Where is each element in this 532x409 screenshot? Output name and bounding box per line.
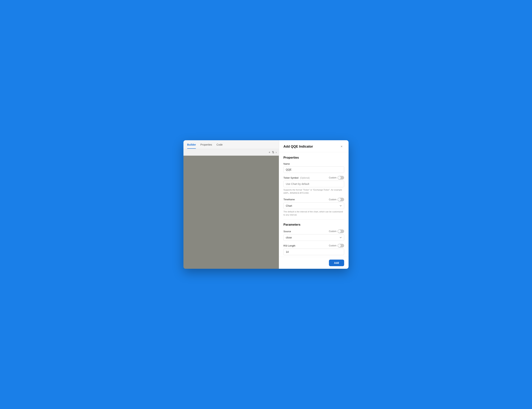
ticker-optional: (Optional) — [300, 177, 310, 179]
chevron-icon[interactable]: › — [276, 151, 277, 154]
timeframe-custom-wrap: Custom — [329, 198, 344, 201]
ticker-custom-toggle[interactable] — [338, 176, 344, 179]
rsi-length-label: RSI Length — [283, 244, 295, 247]
timeframe-label: Timeframe — [283, 198, 295, 201]
dialog-panel: Add QQE Indicator × Properties Name Tick… — [279, 140, 349, 269]
rsi-length-custom-wrap: Custom — [329, 244, 344, 247]
ticker-input[interactable] — [283, 181, 344, 187]
ticker-custom-wrap: Custom — [329, 176, 344, 179]
tab-properties[interactable]: Properties — [200, 141, 212, 149]
canvas-area — [183, 156, 279, 269]
dialog-footer: Add — [279, 257, 349, 269]
properties-heading: Properties — [283, 156, 344, 159]
parameters-heading: Parameters — [283, 223, 344, 226]
name-input[interactable] — [283, 166, 344, 173]
ticker-field-group: Ticker Symbol (Optional) Custom Supports… — [283, 176, 344, 195]
timeframe-hint: The default is the interval of the chart… — [283, 210, 344, 217]
source-field-group: Source Custom close open high low hl2 hl… — [283, 230, 344, 241]
rsi-length-custom-label: Custom — [329, 244, 336, 247]
ticker-custom-label: Custom — [329, 177, 336, 179]
ticker-label: Ticker Symbol — [283, 177, 298, 179]
add-button[interactable]: Add — [329, 260, 344, 266]
ticker-hint: Supports the format "Ticker" or "Exchang… — [283, 188, 344, 195]
timeframe-field-header: Timeframe Custom — [283, 198, 344, 201]
name-label: Name — [283, 162, 290, 165]
ticker-field-header: Ticker Symbol (Optional) Custom — [283, 176, 344, 179]
add-icon[interactable]: + — [269, 151, 270, 154]
timeframe-field-group: Timeframe Custom Chart 1m 5m 15m 1h 4h 1… — [283, 198, 344, 217]
rsi-length-input[interactable] — [283, 249, 344, 255]
rsi-length-field-group: RSI Length Custom — [283, 244, 344, 255]
source-select[interactable]: close open high low hl2 hlc3 ohlc4 — [283, 234, 344, 241]
source-custom-wrap: Custom — [329, 230, 344, 233]
ticker-label-wrap: Ticker Symbol (Optional) — [283, 176, 310, 179]
source-field-header: Source Custom — [283, 230, 344, 233]
name-field-header: Name — [283, 162, 344, 165]
timeframe-select[interactable]: Chart 1m 5m 15m 1h 4h 1D 1W — [283, 203, 344, 209]
tab-code[interactable]: Code — [216, 141, 223, 149]
filter-icon[interactable]: ⇅ — [272, 150, 274, 154]
dialog-header: Add QQE Indicator × — [279, 140, 349, 152]
timeframe-custom-toggle[interactable] — [338, 198, 344, 201]
dialog-body: Properties Name Ticker Symbol (Optional)… — [279, 152, 349, 257]
dialog-title: Add QQE Indicator — [283, 145, 313, 149]
rsi-length-field-header: RSI Length Custom — [283, 244, 344, 247]
tabs-bar: Builder Properties Code — [183, 140, 279, 149]
rsi-length-custom-toggle[interactable] — [338, 244, 344, 247]
source-label: Source — [283, 230, 291, 233]
left-panel: Builder Properties Code + ⇅ › — [183, 140, 279, 269]
close-button[interactable]: × — [339, 144, 344, 149]
source-custom-label: Custom — [329, 230, 336, 232]
screen-container: Builder Properties Code + ⇅ › Add QQE In… — [183, 140, 349, 269]
name-field-group: Name — [283, 162, 344, 173]
toolbar-row: + ⇅ › — [183, 149, 279, 156]
section-divider — [283, 219, 344, 220]
source-custom-toggle[interactable] — [338, 230, 344, 233]
tab-builder[interactable]: Builder — [187, 141, 196, 149]
timeframe-custom-label: Custom — [329, 198, 336, 201]
